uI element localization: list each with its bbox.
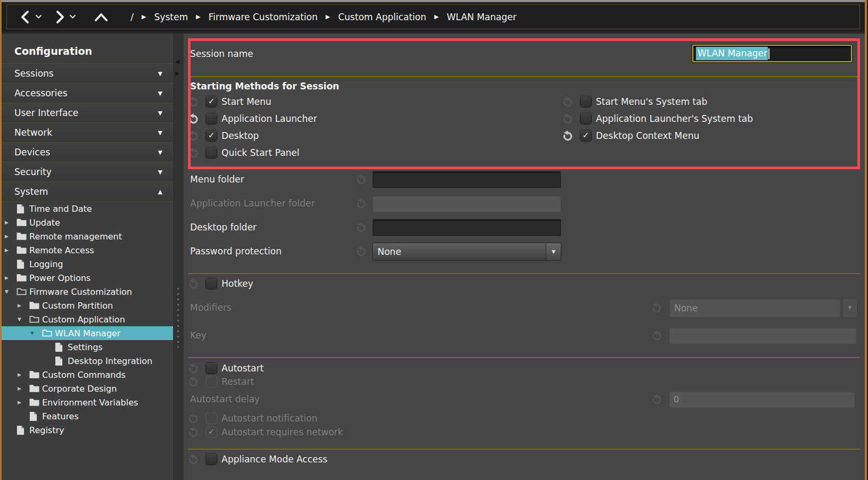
forward-history-dropdown-icon[interactable]	[69, 14, 76, 19]
back-button[interactable]	[20, 10, 31, 24]
tree-item-desktop-integration[interactable]: Desktop Integration	[2, 354, 173, 368]
tree-item-update[interactable]: ▶ Update	[2, 216, 173, 229]
reset-to-default-icon[interactable]	[355, 173, 367, 185]
tree-item-settings[interactable]: Settings	[2, 340, 173, 354]
tree-item-environment-variables[interactable]: ▶ Environment Variables	[2, 395, 173, 409]
breadcrumb-item-wlan-manager[interactable]: WLAN Manager	[447, 12, 517, 22]
desktop-context-menu-checkbox[interactable]: ✓	[580, 130, 591, 141]
tree-item-custom-application[interactable]: ▼ Custom Application	[2, 312, 173, 326]
tree-item-firmware-customization[interactable]: ▼ Firmware Customization	[2, 285, 173, 299]
reset-to-default-icon[interactable]	[651, 393, 662, 405]
sidebar-section-user-interface[interactable]: User Interface ▼	[2, 103, 173, 122]
folder-closed-icon	[17, 274, 29, 282]
appliance-mode-access-checkbox[interactable]: ✓	[206, 454, 217, 465]
tree-item-corporate-design[interactable]: ▶ Corporate Design	[2, 382, 173, 395]
tree-item-registry[interactable]: Registry	[2, 423, 173, 437]
starting-methods-heading: Starting Methods for Session	[190, 81, 339, 92]
sidebar-section-security[interactable]: Security ▼	[2, 162, 173, 181]
text-cursor	[768, 48, 769, 59]
breadcrumb-item-system[interactable]: System	[154, 12, 188, 22]
breadcrumb-item-firmware-customization[interactable]: Firmware Customization	[208, 12, 317, 22]
starting-method-application-launcher: ✓ Application Launcher	[187, 110, 317, 127]
up-button[interactable]	[94, 12, 108, 22]
splitter-grip[interactable]	[177, 288, 179, 347]
tree-expander-icon[interactable]: ▶	[18, 372, 29, 377]
reset-to-default-icon[interactable]	[355, 197, 367, 209]
hotkey-checkbox[interactable]: ✓	[206, 278, 217, 289]
reset-to-default-icon[interactable]	[187, 453, 199, 465]
tree-expander-icon[interactable]: ▶	[5, 220, 17, 225]
sidebar-section-system[interactable]: System ▲	[2, 181, 173, 202]
tree-expander-icon[interactable]: ▶	[5, 234, 17, 239]
tree-item-time-and-date[interactable]: Time and Date	[2, 202, 173, 216]
reset-to-default-icon[interactable]	[651, 302, 662, 313]
password-protection-label: Password protection	[190, 246, 282, 256]
tree-expander-icon[interactable]: ▶	[5, 275, 17, 280]
chevron-up-icon	[94, 12, 108, 22]
sidebar-section-network[interactable]: Network ▼	[2, 122, 173, 142]
chevron-down-icon: ▼	[848, 305, 852, 310]
tree-expander-icon[interactable]: ▶	[18, 400, 29, 405]
restart-label: Restart	[222, 376, 254, 387]
tree-item-logging[interactable]: Logging	[2, 257, 173, 271]
quick-start-panel-checkbox[interactable]: ✓	[206, 147, 217, 158]
reset-to-default-icon[interactable]	[187, 113, 199, 125]
session-name-input[interactable]: WLAN Manager	[692, 45, 852, 62]
reset-to-default-icon[interactable]	[562, 130, 574, 142]
tree-expander-icon[interactable]: ▶	[18, 303, 29, 308]
password-protection-dropdown[interactable]: None ▼	[373, 243, 561, 260]
tree-item-remote-access[interactable]: ▶ Remote Access	[2, 243, 173, 257]
tree-expander-icon[interactable]: ▶	[18, 386, 29, 391]
reset-to-default-icon[interactable]	[187, 147, 199, 159]
reset-to-default-icon[interactable]	[187, 362, 199, 374]
tree-expander-icon[interactable]: ▼	[5, 289, 17, 294]
reset-to-default-icon[interactable]	[187, 96, 199, 107]
dropdown-button[interactable]: ▼	[546, 243, 561, 260]
start-menu-checkbox[interactable]: ✓	[206, 96, 217, 107]
breadcrumb-arrow-icon: ▶	[326, 14, 330, 20]
tree-item-power-options[interactable]: ▶ Power Options	[2, 271, 173, 285]
tree-expander-icon[interactable]: ▼	[30, 330, 42, 336]
tree-item-label: Features	[42, 411, 79, 421]
application-launcher-folder-input	[373, 195, 561, 212]
folder-closed-icon	[17, 218, 29, 227]
sidebar-section-devices[interactable]: Devices ▼	[2, 142, 173, 162]
document-icon	[55, 342, 68, 352]
reset-to-default-icon[interactable]	[187, 130, 199, 142]
reset-to-default-icon[interactable]	[651, 329, 662, 341]
autostart-checkbox[interactable]: ✓	[206, 363, 217, 374]
reset-to-default-icon[interactable]	[562, 96, 574, 107]
application-launcher-s-system-tab-checkbox[interactable]: ✓	[580, 113, 591, 124]
starting-method-application-launcher-s-system-tab: ✓ Application Launcher's System tab	[562, 110, 753, 127]
reset-to-default-icon[interactable]	[562, 113, 574, 125]
application-launcher-checkbox[interactable]: ✓	[206, 113, 217, 124]
tree-item-features[interactable]: Features	[2, 409, 173, 423]
breadcrumb-arrow-icon: ▶	[196, 14, 200, 20]
desktop-checkbox[interactable]: ✓	[206, 130, 217, 141]
tree-item-custom-partition[interactable]: ▶ Custom Partition	[2, 299, 173, 312]
tree-item-wlan-manager[interactable]: ▼ WLAN Manager	[2, 326, 173, 340]
back-history-dropdown-icon[interactable]	[35, 14, 42, 19]
start-menu-s-system-tab-checkbox[interactable]: ✓	[580, 96, 591, 107]
sidebar-splitter[interactable]: ◀ ▶	[173, 34, 184, 480]
forward-button[interactable]	[54, 10, 65, 24]
breadcrumb-item-custom-application[interactable]: Custom Application	[338, 12, 427, 22]
breadcrumb-root[interactable]: /	[130, 11, 134, 22]
starting-methods-right-column: ✓ Start Menu's System tab ✓ Application …	[562, 93, 753, 144]
tree-item-label: Remote Access	[29, 245, 94, 255]
sidebar-section-sessions[interactable]: Sessions ▼	[2, 63, 173, 83]
folder-closed-icon	[17, 246, 29, 254]
collapse-sidebar-icon[interactable]: ◀	[175, 59, 179, 64]
tree-item-label: Desktop Integration	[68, 356, 152, 366]
tree-expander-icon[interactable]: ▶	[5, 247, 17, 253]
sidebar-section-accessories[interactable]: Accessories ▼	[2, 83, 173, 103]
tree-expander-icon[interactable]: ▼	[18, 317, 29, 322]
menu-folder-input[interactable]	[373, 171, 561, 188]
reset-to-default-icon[interactable]	[355, 245, 367, 257]
expand-sidebar-icon[interactable]: ▶	[175, 71, 179, 76]
desktop-folder-input[interactable]	[373, 219, 561, 236]
tree-item-custom-commands[interactable]: ▶ Custom Commands	[2, 368, 173, 382]
reset-to-default-icon[interactable]	[187, 278, 199, 289]
tree-item-remote-management[interactable]: ▶ Remote management	[2, 229, 173, 243]
reset-to-default-icon[interactable]	[355, 221, 367, 233]
